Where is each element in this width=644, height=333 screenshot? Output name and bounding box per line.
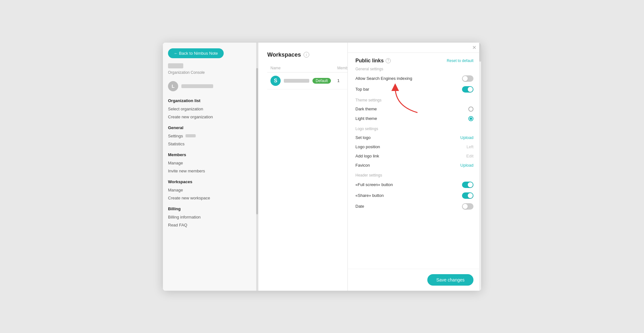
toggle-fullscreen-button[interactable]	[462, 182, 473, 188]
ws-name-cell: S Default	[267, 72, 334, 89]
default-badge: Default	[312, 78, 331, 84]
section-title-org: Organization list	[168, 98, 253, 103]
panel-title: Public links	[355, 58, 384, 64]
sidebar-item-create-workspace[interactable]: Create new workspace	[168, 194, 253, 202]
panel-title-row: Public links ?	[355, 58, 391, 64]
sidebar-scrollbar-thumb	[256, 68, 258, 214]
sidebar-section-billing: Billing Billing information Read FAQ	[163, 203, 258, 230]
main-area: Workspaces i Name Members Folders Not	[258, 43, 347, 291]
setting-label-top-bar: Top bar	[355, 87, 369, 92]
org-info: Organization Console	[163, 62, 258, 79]
workspaces-header: Workspaces i	[267, 52, 339, 58]
setting-row-set-logo: Set logo Upload	[355, 133, 473, 142]
sidebar-item-billing-info[interactable]: Billing information	[168, 213, 253, 221]
setting-row-top-bar: Top bar	[355, 84, 473, 95]
org-label: Organization Console	[168, 70, 253, 75]
sidebar-item-manage-workspaces[interactable]: Manage	[168, 186, 253, 194]
panel-help-icon[interactable]: ?	[386, 58, 391, 63]
toggle-search-indexing[interactable]	[462, 75, 473, 82]
sidebar-scroll: Organization list Select organization Cr…	[163, 95, 258, 291]
toggle-top-bar[interactable]	[462, 86, 473, 93]
sidebar-item-create-org[interactable]: Create new organization	[168, 113, 253, 121]
setting-label-set-logo: Set logo	[355, 135, 371, 140]
setting-label-logo-position: Logo position	[355, 144, 380, 149]
setting-row-favicon: Favicon Upload	[355, 161, 473, 170]
setting-label-favicon: Favicon	[355, 163, 370, 168]
col-name: Name	[267, 64, 334, 73]
setting-label-light-theme: Light theme	[355, 116, 377, 121]
sidebar-item-read-faq[interactable]: Read FAQ	[168, 221, 253, 229]
sidebar-scrollbar[interactable]	[256, 43, 258, 291]
sidebar-item-settings[interactable]: Settings	[168, 132, 253, 140]
table-row: S Default 1 2 0	[267, 72, 347, 89]
workspaces-table: Name Members Folders Not S Default	[267, 64, 347, 89]
sidebar-item-invite-members[interactable]: Invite new members	[168, 167, 253, 175]
reset-to-default-link[interactable]: Reset to default	[447, 59, 473, 63]
sidebar-section-org: Organization list Select organization Cr…	[163, 95, 258, 122]
setting-row-share-button: «Share» button	[355, 190, 473, 201]
sidebar-item-statistics[interactable]: Statistics	[168, 140, 253, 148]
back-to-nimbus-button[interactable]: ← Back to Nimbus Note	[168, 48, 224, 58]
org-avatar	[168, 63, 183, 68]
toggle-share-button[interactable]	[462, 192, 473, 199]
sidebar-item-select-org[interactable]: Select organization	[168, 105, 253, 113]
ws-name-placeholder	[284, 79, 309, 83]
right-scrollbar-thumb	[479, 43, 481, 62]
workspaces-title: Workspaces	[267, 52, 301, 58]
upload-logo-link[interactable]: Upload	[460, 135, 473, 140]
section-label-header: Header settings	[355, 173, 473, 177]
save-changes-button[interactable]: Save changes	[427, 274, 473, 286]
user-name-placeholder	[181, 84, 213, 88]
setting-label-share-button: «Share» button	[355, 193, 384, 198]
section-label-theme: Theme settings	[355, 98, 473, 102]
radio-dark-theme[interactable]	[468, 107, 473, 112]
section-label-general: General settings	[355, 67, 473, 71]
setting-label-search-indexing: Allow Search Engines indexing	[355, 76, 412, 81]
setting-row-dark-theme: Dark theme	[355, 104, 473, 114]
setting-row-logo-position: Logo position Left	[355, 142, 473, 151]
section-title-members: Members	[168, 152, 253, 157]
setting-row-date: Date	[355, 201, 473, 212]
sidebar: ← Back to Nimbus Note Organization Conso…	[163, 43, 258, 291]
setting-row-search-indexing: Allow Search Engines indexing	[355, 73, 473, 84]
right-scrollbar[interactable]	[479, 43, 481, 291]
settings-badge	[186, 134, 196, 137]
radio-light-theme[interactable]	[468, 116, 473, 121]
sidebar-item-manage-members[interactable]: Manage	[168, 159, 253, 167]
edit-logo-link[interactable]: Edit	[466, 154, 473, 158]
setting-row-add-logo-link: Add logo link Edit	[355, 151, 473, 161]
right-panel: ✕ Public links ? Reset to default Genera…	[347, 43, 481, 291]
logo-position-value: Left	[466, 144, 473, 149]
right-panel-scroll: Public links ? Reset to default General …	[348, 53, 481, 269]
setting-row-light-theme: Light theme	[355, 114, 473, 123]
ws-members: 1	[334, 72, 347, 89]
setting-label-fullscreen-button: «Full screen» button	[355, 182, 393, 187]
workspaces-panel: Workspaces i Name Members Folders Not	[258, 43, 347, 291]
toggle-date[interactable]	[462, 203, 473, 210]
sidebar-section-members: Members Manage Invite new members	[163, 149, 258, 176]
setting-label-date: Date	[355, 204, 364, 209]
right-panel-footer: Save changes	[348, 269, 481, 291]
sidebar-section-workspaces: Workspaces Manage Create new workspace	[163, 176, 258, 203]
section-title-general: General	[168, 125, 253, 130]
ws-icon: S	[270, 76, 281, 86]
top-right-bar: ✕	[348, 43, 481, 53]
avatar: L	[168, 81, 178, 91]
close-icon[interactable]: ✕	[471, 44, 477, 51]
section-title-billing: Billing	[168, 206, 253, 211]
upload-favicon-link[interactable]: Upload	[460, 163, 473, 168]
setting-label-add-logo-link: Add logo link	[355, 154, 379, 158]
setting-row-fullscreen-button: «Full screen» button	[355, 179, 473, 190]
right-panel-header: Public links ? Reset to default	[355, 58, 473, 64]
section-label-logo: Logo settings	[355, 127, 473, 131]
sidebar-section-general: General Settings Statistics	[163, 122, 258, 149]
setting-label-dark-theme: Dark theme	[355, 107, 377, 111]
section-title-workspaces: Workspaces	[168, 179, 253, 184]
user-row: L	[163, 79, 258, 95]
col-members: Members	[334, 64, 347, 73]
info-icon[interactable]: i	[304, 52, 309, 58]
